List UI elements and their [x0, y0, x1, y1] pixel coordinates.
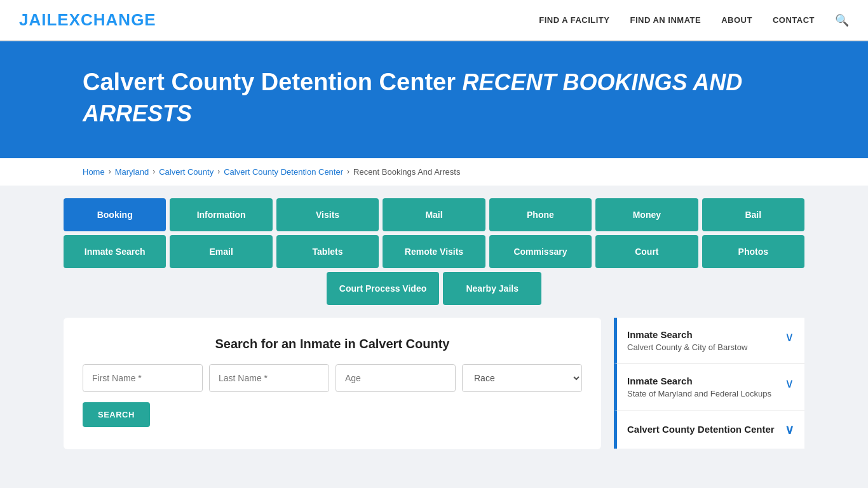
nav-btn-inmate-search[interactable]: Inmate Search [64, 235, 166, 268]
sidebar-item-2-title: Inmate Search [627, 376, 771, 386]
breadcrumb-current: Recent Bookings And Arrests [353, 167, 460, 177]
breadcrumb-maryland[interactable]: Maryland [115, 167, 149, 177]
nav-buttons-row3: Court Process Video Nearby Jails [64, 272, 804, 305]
sidebar-item-2[interactable]: Inmate Search State of Maryland and Fede… [614, 364, 804, 410]
hero-banner: Calvert County Detention Center RECENT B… [0, 41, 868, 158]
breadcrumb-sep-1: › [109, 167, 111, 176]
race-select[interactable]: Race White Black Hispanic Asian Other [462, 364, 582, 392]
main-nav: FIND A FACILITY FIND AN INMATE ABOUT CON… [539, 13, 849, 27]
sidebar-item-3[interactable]: Calvert County Detention Center ∨ [614, 410, 804, 449]
search-form: Search for an Inmate in Calvert County R… [64, 318, 601, 449]
nav-contact[interactable]: CONTACT [773, 15, 815, 25]
breadcrumb-sep-2: › [153, 167, 155, 176]
nav-btn-email[interactable]: Email [170, 235, 272, 268]
first-name-input[interactable] [83, 364, 203, 392]
search-form-title: Search for an Inmate in Calvert County [83, 337, 582, 351]
header: JAILEXCHANGE FIND A FACILITY FIND AN INM… [0, 0, 868, 41]
content-area: Booking Information Visits Mail Phone Mo… [0, 186, 868, 462]
search-inputs-row: Race White Black Hispanic Asian Other [83, 364, 582, 392]
nav-btn-mail[interactable]: Mail [383, 198, 485, 231]
nav-btn-booking[interactable]: Booking [64, 198, 166, 231]
sidebar-item-2-subtitle: State of Maryland and Federal Lockups [627, 389, 771, 398]
header-search-button[interactable]: 🔍 [835, 13, 849, 27]
sidebar-item-1-subtitle: Calvert County & City of Barstow [627, 342, 747, 352]
sidebar-item-1-title: Inmate Search [627, 329, 747, 340]
logo-jail: JAIL [19, 10, 57, 29]
nav-btn-bail[interactable]: Bail [702, 198, 804, 231]
logo-exchange: EXCHANGE [57, 10, 156, 29]
breadcrumb-sep-3: › [217, 167, 220, 176]
search-submit-button[interactable]: SEARCH [83, 402, 150, 427]
breadcrumb: Home › Maryland › Calvert County › Calve… [0, 158, 868, 186]
chevron-down-icon-1: ∨ [785, 329, 794, 344]
nav-btn-court[interactable]: Court [595, 235, 698, 268]
nav-btn-phone[interactable]: Phone [489, 198, 592, 231]
bottom-area: Search for an Inmate in Calvert County R… [64, 318, 804, 449]
sidebar-item-1[interactable]: Inmate Search Calvert County & City of B… [614, 318, 804, 364]
nav-buttons-row1: Booking Information Visits Mail Phone Mo… [64, 198, 804, 231]
sidebar: Inmate Search Calvert County & City of B… [614, 318, 804, 449]
nav-btn-nearby-jails[interactable]: Nearby Jails [443, 272, 541, 305]
breadcrumb-detention-center[interactable]: Calvert County Detention Center [224, 167, 343, 177]
breadcrumb-sep-4: › [347, 167, 349, 176]
breadcrumb-home[interactable]: Home [83, 167, 105, 177]
nav-about[interactable]: ABOUT [721, 15, 752, 25]
nav-btn-tablets[interactable]: Tablets [276, 235, 379, 268]
nav-btn-money[interactable]: Money [595, 198, 698, 231]
nav-buttons-row2: Inmate Search Email Tablets Remote Visit… [64, 235, 804, 268]
sidebar-item-3-title: Calvert County Detention Center [627, 424, 775, 435]
page-title: Calvert County Detention Center RECENT B… [83, 67, 849, 130]
nav-find-facility[interactable]: FIND A FACILITY [539, 15, 609, 25]
nav-find-inmate[interactable]: FIND AN INMATE [630, 15, 701, 25]
nav-btn-commissary[interactable]: Commissary [489, 235, 592, 268]
nav-btn-visits[interactable]: Visits [276, 198, 379, 231]
nav-btn-photos[interactable]: Photos [702, 235, 804, 268]
nav-btn-information[interactable]: Information [170, 198, 272, 231]
chevron-down-icon-2: ∨ [785, 376, 794, 391]
breadcrumb-calvert-county[interactable]: Calvert County [159, 167, 214, 177]
nav-btn-court-process-video[interactable]: Court Process Video [327, 272, 439, 305]
logo[interactable]: JAILEXCHANGE [19, 10, 156, 30]
last-name-input[interactable] [209, 364, 329, 392]
chevron-down-icon-3: ∨ [785, 422, 794, 437]
nav-btn-remote-visits[interactable]: Remote Visits [383, 235, 485, 268]
age-input[interactable] [336, 364, 456, 392]
